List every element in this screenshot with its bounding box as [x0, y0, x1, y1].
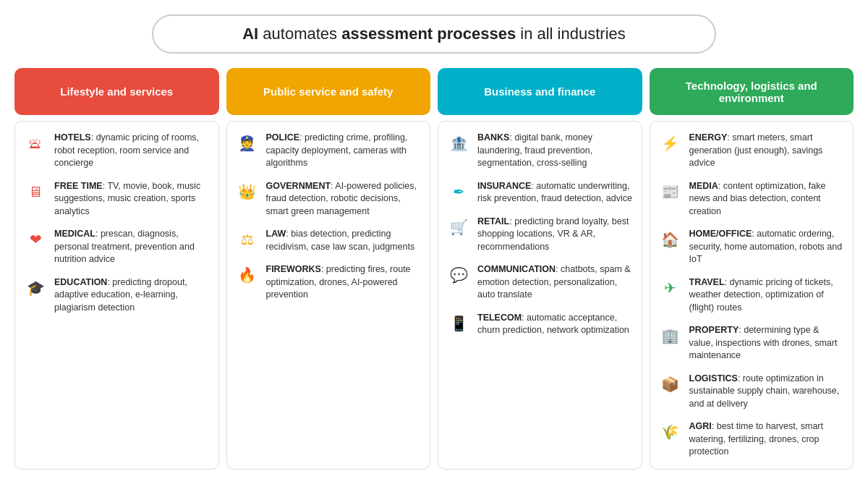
item-technology-4: 🏢PROPERTY: determining type & value, ins…: [659, 324, 845, 362]
item-business-3: 💬COMMUNICATION: chatbots, spam & emotion…: [447, 263, 633, 302]
item-text-lifestyle-3: EDUCATION: predicting dropout, adaptive …: [54, 276, 210, 315]
item-icon-public-0: 👮: [236, 132, 259, 155]
item-text-business-4: TELECOM: automatic acceptance, churn pre…: [477, 312, 633, 337]
item-lifestyle-3: 🎓EDUCATION: predicting dropout, adaptive…: [24, 276, 210, 315]
title-ai: AI: [242, 25, 258, 43]
item-icon-technology-2: 🏠: [659, 228, 682, 251]
item-text-lifestyle-2: MEDICAL: prescan, diagnosis, personal tr…: [54, 228, 210, 266]
item-text-technology-3: TRAVEL: dynamic pricing of tickets, weat…: [689, 276, 845, 315]
item-text-technology-2: HOME/OFFICE: automatic ordering, securit…: [689, 228, 845, 266]
item-icon-public-2: ⚖: [236, 228, 259, 251]
item-label-technology-1: MEDIA: [689, 181, 718, 191]
item-icon-lifestyle-0: 🛎: [24, 132, 47, 155]
item-lifestyle-0: 🛎HOTELS: dynamic pricing of rooms, robot…: [24, 132, 210, 170]
item-icon-lifestyle-3: 🎓: [24, 276, 47, 300]
column-technology: Technology, logistics and environment⚡EN…: [650, 68, 854, 470]
column-body-public: 👮POLICE: predicting crime, profiling, ca…: [226, 121, 431, 470]
item-icon-technology-1: 📰: [659, 180, 682, 203]
item-text-business-0: BANKS: digital bank, money laundering, f…: [477, 132, 633, 170]
item-public-3: 🔥FIREWORKS: predicting fires, route opti…: [236, 263, 422, 302]
item-technology-6: 🌾AGRI: best time to harvest, smart water…: [659, 420, 845, 459]
item-label-technology-6: AGRI: [689, 421, 712, 431]
item-label-business-2: RETAIL: [477, 216, 509, 226]
item-text-public-0: POLICE: predicting crime, profiling, cap…: [266, 132, 422, 170]
title-pre: automates: [258, 25, 341, 43]
item-text-technology-4: PROPERTY: determining type & value, insp…: [689, 324, 845, 362]
column-business: Business and finance🏦BANKS: digital bank…: [438, 68, 642, 470]
item-icon-technology-5: 📦: [659, 373, 682, 396]
item-label-technology-3: TRAVEL: [689, 277, 725, 287]
item-public-1: 👑GOVERNMENT: AI-powered policies, fraud …: [236, 180, 422, 219]
item-icon-business-1: ✒: [447, 180, 470, 203]
item-label-business-0: BANKS: [477, 132, 509, 143]
item-public-2: ⚖LAW: bias detection, predicting recidiv…: [236, 228, 422, 253]
item-text-public-2: LAW: bias detection, predicting recidivi…: [266, 228, 422, 253]
item-label-lifestyle-0: HOTELS: [54, 132, 91, 143]
item-icon-business-3: 💬: [447, 263, 470, 287]
item-technology-5: 📦LOGISTICS: route optimization in sustai…: [659, 373, 845, 411]
item-label-lifestyle-1: FREE TIME: [54, 181, 103, 191]
item-icon-technology-4: 🏢: [659, 324, 682, 347]
item-label-business-1: INSURANCE: [477, 181, 531, 191]
item-label-lifestyle-3: EDUCATION: [54, 277, 107, 287]
item-lifestyle-2: ❤MEDICAL: prescan, diagnosis, personal t…: [24, 228, 210, 266]
item-icon-lifestyle-1: 🖥: [24, 180, 47, 203]
column-lifestyle: Lifestyle and services🛎HOTELS: dynamic p…: [14, 68, 219, 470]
item-icon-public-1: 👑: [236, 180, 259, 203]
item-text-public-1: GOVERNMENT: AI-powered policies, fraud d…: [266, 180, 422, 219]
item-icon-business-4: 📱: [447, 312, 470, 335]
item-text-lifestyle-1: FREE TIME: TV, movie, book, music sugges…: [54, 180, 210, 219]
item-label-business-3: COMMUNICATION: [477, 264, 556, 274]
item-text-business-3: COMMUNICATION: chatbots, spam & emotion …: [477, 263, 633, 302]
item-text-business-1: INSURANCE: automatic underwriting, risk …: [477, 180, 633, 205]
item-text-technology-0: ENERGY: smart meters, smart generation (…: [689, 132, 845, 170]
item-label-public-1: GOVERNMENT: [266, 181, 331, 191]
item-text-technology-6: AGRI: best time to harvest, smart wateri…: [689, 420, 845, 459]
columns-grid: Lifestyle and services🛎HOTELS: dynamic p…: [14, 68, 854, 470]
item-text-lifestyle-0: HOTELS: dynamic pricing of rooms, robot …: [54, 132, 210, 170]
item-lifestyle-1: 🖥FREE TIME: TV, movie, book, music sugge…: [24, 180, 210, 219]
item-text-technology-5: LOGISTICS: route optimization in sustain…: [689, 373, 845, 411]
item-label-business-4: TELECOM: [477, 313, 522, 323]
item-icon-technology-0: ⚡: [659, 132, 682, 155]
item-technology-0: ⚡ENERGY: smart meters, smart generation …: [659, 132, 845, 170]
item-label-technology-4: PROPERTY: [689, 325, 739, 335]
title-container: AI automates assessment processes in all…: [14, 14, 854, 54]
item-business-0: 🏦BANKS: digital bank, money laundering, …: [447, 132, 633, 170]
item-label-lifestyle-2: MEDICAL: [54, 229, 95, 239]
title-post: in all industries: [516, 25, 626, 43]
item-icon-business-2: 🛒: [447, 216, 470, 239]
item-label-technology-5: LOGISTICS: [689, 373, 738, 383]
item-public-0: 👮POLICE: predicting crime, profiling, ca…: [236, 132, 422, 170]
item-text-public-3: FIREWORKS: predicting fires, route optim…: [266, 263, 422, 302]
item-label-public-0: POLICE: [266, 132, 300, 143]
item-icon-technology-6: 🌾: [659, 420, 682, 444]
item-label-technology-0: ENERGY: [689, 132, 728, 143]
column-header-business: Business and finance: [438, 68, 642, 115]
item-icon-technology-3: ✈: [659, 276, 682, 300]
item-icon-public-3: 🔥: [236, 263, 259, 287]
column-header-lifestyle: Lifestyle and services: [14, 68, 219, 115]
main-title: AI automates assessment processes in all…: [152, 14, 716, 54]
column-body-business: 🏦BANKS: digital bank, money laundering, …: [438, 121, 642, 470]
column-header-technology: Technology, logistics and environment: [650, 68, 854, 115]
item-icon-business-0: 🏦: [447, 132, 470, 155]
item-business-2: 🛒RETAIL: predicting brand loyalty, best …: [447, 216, 633, 254]
item-label-public-3: FIREWORKS: [266, 264, 321, 274]
item-technology-2: 🏠HOME/OFFICE: automatic ordering, securi…: [659, 228, 845, 266]
column-public: Public service and safety👮POLICE: predic…: [226, 68, 431, 470]
column-body-lifestyle: 🛎HOTELS: dynamic pricing of rooms, robot…: [14, 121, 219, 470]
column-body-technology: ⚡ENERGY: smart meters, smart generation …: [650, 121, 854, 470]
item-business-1: ✒INSURANCE: automatic underwriting, risk…: [447, 180, 633, 205]
item-technology-1: 📰MEDIA: content optimization, fake news …: [659, 180, 845, 219]
title-bold: assessment processes: [341, 25, 516, 43]
item-text-technology-1: MEDIA: content optimization, fake news a…: [689, 180, 845, 219]
item-label-public-2: LAW: [266, 229, 286, 239]
item-technology-3: ✈TRAVEL: dynamic pricing of tickets, wea…: [659, 276, 845, 315]
item-icon-lifestyle-2: ❤: [24, 228, 47, 251]
item-business-4: 📱TELECOM: automatic acceptance, churn pr…: [447, 312, 633, 337]
item-label-technology-2: HOME/OFFICE: [689, 229, 752, 239]
item-text-business-2: RETAIL: predicting brand loyalty, best s…: [477, 216, 633, 254]
column-header-public: Public service and safety: [226, 68, 431, 115]
